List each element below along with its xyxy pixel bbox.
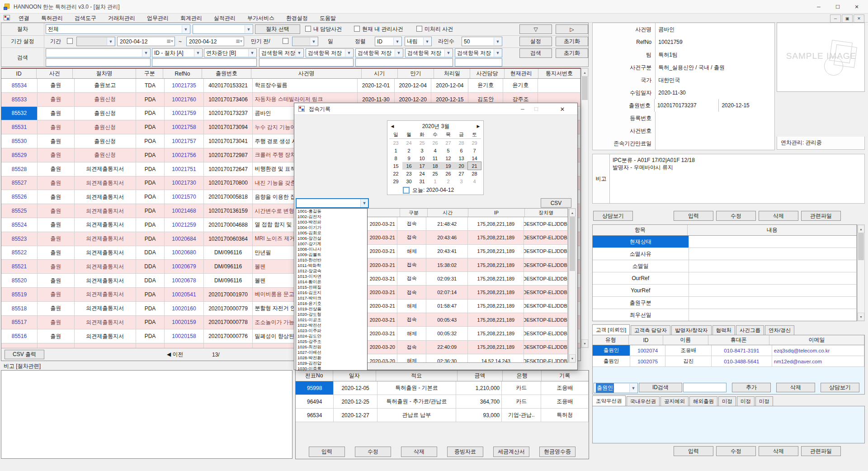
user-list-item[interactable]: 1030-이증록 [296, 366, 367, 371]
window-maximize-button[interactable]: ☐ [828, 1, 847, 13]
client-column-4[interactable]: 이메일 [769, 335, 864, 345]
column-header-5[interactable]: 출원번호 [202, 69, 252, 78]
notes-textarea[interactable] [1, 370, 292, 459]
column-header-6[interactable]: 사건명 [251, 69, 362, 78]
client-row[interactable]: 출원인1002075김진010-3488-5641nm12ed@naver.co… [593, 356, 864, 367]
column-header-10[interactable]: 사건담당 [470, 69, 504, 78]
search-input-2[interactable] [152, 58, 257, 67]
client-consult-button[interactable]: 상담보기 [821, 383, 859, 392]
tab-priority-4[interactable]: 미정 [718, 396, 736, 406]
column-header-8[interactable]: 만기 [398, 69, 434, 78]
calendar-date[interactable]: 2 [442, 177, 455, 185]
menu-item-거래처관리[interactable]: 거래처관리 [102, 14, 141, 22]
my-managed-checkbox[interactable] [354, 26, 360, 32]
column-header-3[interactable]: 구분 [136, 69, 163, 78]
menu-item-실적관리[interactable]: 실적관리 [208, 14, 241, 22]
status-row[interactable]: 출원구분 [593, 297, 857, 309]
user-list-item[interactable]: 1005-김회로 [296, 230, 367, 236]
client-column-2[interactable]: 이름 [663, 335, 708, 345]
expiry-checkbox[interactable] [283, 38, 288, 44]
save-search-combo-1[interactable]: 검색항목 저장▼ [259, 48, 304, 57]
procedure-combo[interactable]: 전체▼ [46, 24, 190, 34]
user-list-item[interactable]: 1020-강도형 [296, 312, 367, 317]
calendar-date[interactable]: 23 [389, 139, 402, 147]
user-list-item[interactable]: 1018-윤기호 [296, 301, 367, 306]
client-search-input[interactable] [683, 383, 726, 392]
modal-close-button[interactable]: ✕ [556, 103, 569, 115]
menu-item-도움말[interactable]: 도움말 [314, 14, 342, 22]
tab-priority-3[interactable]: 해외출원 [689, 396, 717, 406]
status-row[interactable]: 소멸사유 [593, 248, 857, 260]
status-row[interactable]: 최우선일 [593, 309, 857, 321]
consult-view-button[interactable]: 상담보기 [593, 211, 633, 221]
user-list-item[interactable]: 1008-이나사 [296, 247, 367, 252]
menu-item-업무관리[interactable]: 업무관리 [141, 14, 175, 22]
bottom-edit-button[interactable]: 수정 [716, 446, 756, 456]
user-list-item[interactable]: 1001-홍길동 [296, 209, 367, 214]
calendar-date[interactable]: 19 [442, 162, 455, 170]
menu-item-검색도구[interactable]: 검색도구 [69, 14, 102, 22]
calendar-date[interactable]: 31 [415, 177, 429, 185]
table-row[interactable]: 85534출원출원보고TDA100217354020170153321학표장수필… [1, 79, 580, 93]
tab-client-3[interactable]: 협력처 [712, 325, 736, 335]
fee-button-수정[interactable]: 수정 [355, 447, 391, 457]
save-search-combo-3[interactable]: 검색항목 저장▼ [355, 48, 403, 57]
user-list-item[interactable]: 1007-강기계 [296, 241, 367, 247]
calendar-date[interactable]: 20 [455, 162, 468, 170]
window-close-button[interactable]: ✕ [847, 1, 866, 13]
procedure-sub-combo[interactable]: ▼ [193, 24, 253, 34]
tab-client-0[interactable]: 고객 [의뢰인] [592, 324, 630, 335]
sort-order-combo[interactable]: 내림▼ [405, 37, 432, 46]
calendar-date[interactable]: 17 [415, 162, 429, 170]
save-search-combo-2[interactable]: 검색항목 저장▼ [306, 48, 354, 57]
calendar-date[interactable]: 3 [415, 147, 429, 154]
sort-field-combo[interactable]: ID▼ [375, 37, 402, 46]
period-checkbox[interactable] [67, 38, 73, 44]
client-column-0[interactable]: 유형 [593, 335, 629, 345]
fee-button-증빙자료[interactable]: 증빙자료 [447, 447, 483, 457]
user-list-item[interactable]: 1009-김볼트 [296, 252, 367, 257]
expiry-days-combo[interactable]: ▼ [292, 37, 318, 46]
column-header-0[interactable]: ID [1, 69, 37, 78]
calendar-date[interactable]: 6 [455, 147, 468, 154]
calendar-date[interactable]: 1 [429, 177, 442, 185]
calendar-date[interactable]: 14 [468, 154, 481, 162]
prev-page-button[interactable]: ◀ 이전 [167, 348, 184, 361]
search-reset-button[interactable]: 초기화 [556, 48, 588, 58]
user-list-item[interactable]: 1026-최전원 [296, 344, 367, 350]
search-input-4[interactable] [355, 58, 453, 67]
fee-column-5[interactable]: 기록 [542, 371, 589, 381]
status-row[interactable]: 현재상태 [593, 236, 857, 248]
calendar-date[interactable]: 29 [468, 139, 481, 147]
status-row[interactable]: OurRef [593, 272, 857, 285]
menu-item-연결[interactable]: 연결 [13, 14, 35, 22]
menu-item-부가서비스[interactable]: 부가서비스 [241, 14, 280, 22]
mdi-restore-icon[interactable]: ▣ [842, 14, 853, 23]
column-header-7[interactable]: 시기 [362, 69, 398, 78]
user-list-item[interactable]: 1014-황이온 [296, 279, 367, 285]
calendar-date[interactable]: 26 [442, 170, 455, 177]
search-input-1[interactable] [46, 58, 151, 67]
calendar-date[interactable]: 12 [442, 154, 455, 162]
client-add-button[interactable]: 추가 [732, 383, 771, 392]
tab-priority-1[interactable]: 국내우선권 [627, 396, 660, 406]
tab-client-4[interactable]: 사건그룹 [736, 325, 764, 335]
user-dropdown-list[interactable]: 1001-홍길동1002-김전자1003-박전파1004-이기가1005-김회로… [296, 208, 368, 371]
bottom-delete-button[interactable]: 삭제 [759, 446, 798, 456]
case-delete-button[interactable]: 삭제 [759, 211, 798, 221]
user-list-item[interactable]: 1003-박전파 [296, 219, 367, 225]
calendar-date[interactable]: 4 [468, 177, 481, 185]
search-button[interactable]: 검색 [519, 48, 552, 58]
lines-combo[interactable]: 50▼ [462, 37, 502, 46]
my-cases-checkbox[interactable] [305, 26, 311, 32]
calendar-date[interactable]: 27 [455, 170, 468, 177]
status-row[interactable]: YourRef [593, 285, 857, 297]
calendar-date[interactable]: 25 [429, 170, 442, 177]
calendar-date[interactable]: 27 [442, 139, 455, 147]
fee-button-입력[interactable]: 입력 [309, 447, 345, 457]
modal-minimize-button[interactable]: ─ [517, 103, 528, 115]
search-field-a-combo[interactable]: ID - 절차 [A]▼ [152, 48, 203, 57]
fee-row[interactable]: 964942020-12-25특허출원 - 추가료/관납료364,700카드조응… [296, 395, 589, 409]
fee-button-현금영수증[interactable]: 현금영수증 [539, 447, 576, 457]
column-header-4[interactable]: RefNo [163, 69, 202, 78]
